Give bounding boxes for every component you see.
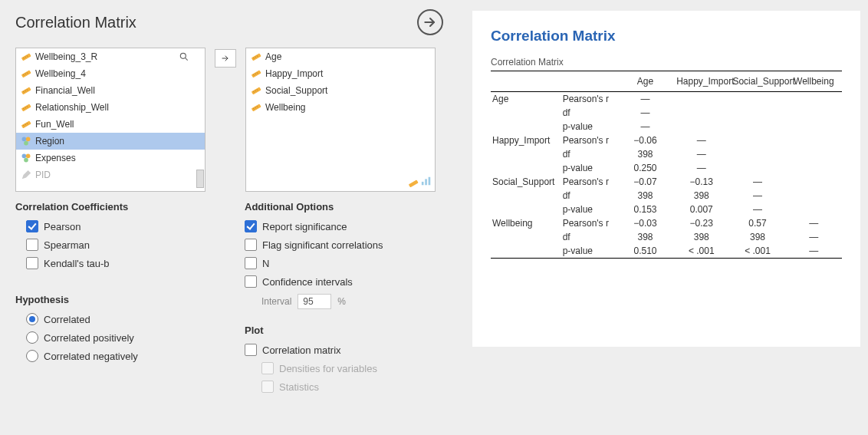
list-item[interactable]: Fun_Well	[16, 116, 205, 133]
kendall-checkbox[interactable]: Kendall's tau-b	[26, 254, 214, 272]
cell	[673, 120, 729, 133]
list-item[interactable]: Happy_Import	[246, 65, 435, 82]
cell	[729, 106, 785, 120]
list-item[interactable]: Relationship_Well	[16, 99, 205, 116]
ruler-icon	[21, 51, 31, 62]
cell	[786, 161, 842, 175]
cell	[786, 189, 842, 203]
col-header: Happy_Import	[673, 71, 729, 92]
interval-input[interactable]	[298, 294, 331, 309]
svg-point-24	[26, 137, 31, 142]
svg-rect-3	[21, 53, 31, 61]
run-button[interactable]	[417, 9, 443, 35]
search-icon[interactable]	[179, 51, 189, 64]
checkbox-icon	[245, 275, 257, 288]
nominal-icon	[21, 136, 31, 147]
row-stat: Pearson's r	[563, 133, 617, 147]
var-label: Fun_Well	[35, 119, 74, 130]
hyp-positive-radio[interactable]: Correlated positively	[26, 328, 214, 347]
row-stat: df	[563, 230, 617, 244]
list-item[interactable]: Wellbeing	[246, 99, 435, 116]
col-header: Wellbeing	[786, 71, 842, 92]
hyp-correlated-label: Correlated	[44, 314, 90, 325]
page-title: Correlation Matrix	[15, 14, 136, 31]
cell: 398	[673, 189, 729, 203]
row-stat: Pearson's r	[563, 92, 617, 107]
row-stat: df	[563, 147, 617, 161]
cell: 0.153	[617, 203, 673, 216]
row-var: Happy_Import	[491, 133, 563, 147]
list-item[interactable]: Region	[16, 133, 205, 150]
svg-rect-38	[252, 70, 261, 77]
svg-point-23	[22, 137, 27, 142]
col-header: Social_Support	[729, 71, 785, 92]
plot-title: Plot	[245, 325, 443, 336]
cell	[673, 92, 729, 107]
scrollbar-thumb[interactable]	[196, 170, 204, 188]
row-var	[491, 203, 563, 216]
cell: 0.510	[617, 244, 673, 259]
row-var	[491, 120, 563, 133]
cell: 398	[729, 230, 785, 244]
cell: −0.03	[617, 216, 673, 230]
list-item[interactable]: Financial_Well	[16, 82, 205, 99]
list-item[interactable]: Wellbeing_4	[16, 65, 205, 82]
options-grid: Correlation Coefficients Pearson Spearma…	[0, 192, 459, 396]
list-item[interactable]: Social_Support	[246, 82, 435, 99]
variables-row: Wellbeing_3_RWellbeing_4Financial_WellRe…	[0, 48, 459, 192]
checkbox-icon	[26, 257, 38, 269]
cell: —	[786, 216, 842, 230]
report-sig-checkbox[interactable]: Report significance	[245, 217, 443, 236]
n-checkbox[interactable]: N	[245, 254, 443, 272]
hyp-negative-label: Correlated negatively	[44, 351, 138, 362]
hyp-correlated-radio[interactable]: Correlated	[26, 310, 214, 328]
var-label: Wellbeing	[265, 102, 305, 113]
interval-label: Interval	[261, 296, 291, 307]
cell	[786, 175, 842, 189]
destination-variables-list[interactable]: AgeHappy_ImportSocial_SupportWellbeing	[245, 48, 436, 192]
arrow-right-icon	[422, 15, 438, 30]
pearson-label: Pearson	[44, 221, 81, 232]
hyp-negative-radio[interactable]: Correlated negatively	[26, 347, 214, 365]
checkbox-icon	[245, 257, 257, 269]
checkbox-icon	[245, 239, 257, 251]
move-variable-button[interactable]	[215, 49, 236, 68]
svg-rect-15	[21, 104, 31, 111]
pearson-checkbox[interactable]: Pearson	[26, 217, 214, 236]
svg-point-25	[24, 141, 28, 146]
checkbox-icon	[245, 344, 257, 356]
results-card: Correlation Matrix Correlation Matrix Ag…	[472, 11, 860, 347]
cell: —	[729, 175, 785, 189]
coef-title: Correlation Coefficients	[15, 201, 214, 213]
list-item[interactable]: Expenses	[16, 150, 205, 166]
source-variables-list[interactable]: Wellbeing_3_RWellbeing_4Financial_WellRe…	[15, 48, 205, 192]
cell: —	[673, 147, 729, 161]
kendall-label: Kendall's tau-b	[44, 258, 110, 269]
list-item[interactable]: Wellbeing_3_R	[16, 48, 205, 65]
cell: —	[786, 244, 842, 259]
ruler-icon	[251, 85, 261, 96]
var-label: Financial_Well	[35, 85, 95, 96]
row-stat: df	[563, 106, 617, 120]
ci-checkbox[interactable]: Confidence intervals	[245, 272, 443, 291]
cell	[786, 120, 842, 133]
ruler-icon	[21, 85, 31, 96]
row-stat: p-value	[563, 161, 617, 175]
flag-label: Flag significant correlations	[262, 239, 383, 251]
var-label: Happy_Import	[265, 68, 323, 79]
cell: —	[617, 120, 673, 133]
plot-matrix-checkbox[interactable]: Correlation matrix	[245, 341, 443, 359]
flag-checkbox[interactable]: Flag significant correlations	[245, 236, 443, 254]
row-stat: p-value	[563, 120, 617, 133]
cell	[786, 106, 842, 120]
plot-matrix-label: Correlation matrix	[262, 344, 341, 356]
cell: —	[617, 92, 673, 107]
ci-interval-row: Interval %	[261, 294, 443, 309]
interval-suffix: %	[337, 296, 346, 307]
results-title: Correlation Matrix	[491, 28, 842, 44]
additional-title: Additional Options	[245, 201, 443, 213]
results-subtitle: Correlation Matrix	[491, 57, 842, 68]
spearman-checkbox[interactable]: Spearman	[26, 236, 214, 254]
cell	[729, 120, 785, 133]
list-item[interactable]: Age	[246, 48, 435, 65]
